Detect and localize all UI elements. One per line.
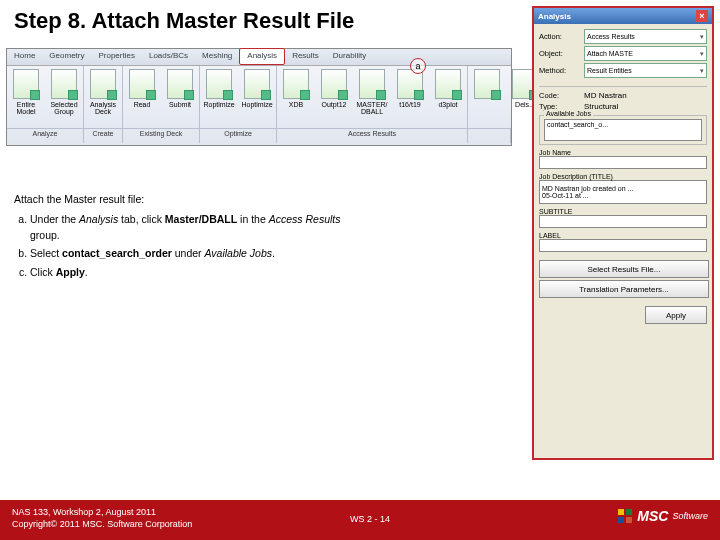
ribbon-tabs: Home Geometry Properties Loads/BCs Meshi… [7, 49, 511, 66]
misc-icon [474, 69, 500, 99]
btn-outpt12[interactable]: Outpt12 [315, 66, 353, 128]
code-value: MD Nastran [584, 91, 707, 100]
msc-logo: MSCSoftware [617, 508, 708, 524]
master-icon [359, 69, 385, 99]
method-label: Method: [539, 66, 581, 75]
hopt-icon [244, 69, 270, 99]
close-icon[interactable]: × [696, 10, 708, 22]
available-jobs-group: Available Jobs contact_search_o... [539, 115, 707, 145]
callout-a: a [410, 58, 426, 74]
read-icon [129, 69, 155, 99]
translation-parameters-button[interactable]: Translation Parameters... [539, 280, 709, 298]
op2-icon [321, 69, 347, 99]
btn-xdb[interactable]: XDB [277, 66, 315, 128]
ribbon-toolbar: Home Geometry Properties Loads/BCs Meshi… [6, 48, 512, 146]
select-results-file-button[interactable]: Select Results File... [539, 260, 709, 278]
grp-access-results: Access Results [277, 129, 468, 143]
label-label: LABEL [539, 232, 707, 239]
btn-misc[interactable] [468, 66, 506, 128]
tab-results[interactable]: Results [285, 49, 326, 65]
action-select[interactable]: Access Results [584, 29, 707, 44]
instr-header: Attach the Master result file: [14, 192, 354, 208]
method-select[interactable]: Result Entities [584, 63, 707, 78]
jobdesc-label: Job Description (TITLE) [539, 173, 707, 180]
type-value: Structural [584, 102, 707, 111]
footer-page: WS 2 - 14 [350, 514, 390, 524]
tab-meshing[interactable]: Meshing [195, 49, 239, 65]
btn-selected-group[interactable]: Selected Group [45, 66, 83, 128]
jobdesc-field[interactable]: MD Nastran job created on ... 05-Oct-11 … [539, 180, 707, 204]
jobname-label: Job Name [539, 149, 707, 156]
object-label: Object: [539, 49, 581, 58]
tab-geometry[interactable]: Geometry [42, 49, 91, 65]
subtitle-label: SUBTITLE [539, 208, 707, 215]
btn-read[interactable]: Read [123, 66, 161, 128]
subtitle-field[interactable] [539, 215, 707, 228]
jobname-field[interactable] [539, 156, 707, 169]
tab-durability[interactable]: Durability [326, 49, 373, 65]
slide-title: Step 8. Attach Master Result File [14, 8, 354, 34]
grp-create: Create [84, 129, 123, 143]
instr-b: Select contact_search_order under Availa… [30, 246, 354, 262]
apply-button[interactable]: Apply [645, 306, 707, 324]
btn-roptimize[interactable]: Roptimize [200, 66, 238, 128]
action-label: Action: [539, 32, 581, 41]
instr-a: Under the Analysis tab, click Master/DBA… [30, 212, 354, 244]
instructions: Attach the Master result file: Under the… [14, 192, 354, 284]
d3plot-icon [435, 69, 461, 99]
btn-submit[interactable]: Submit [161, 66, 199, 128]
model-icon [13, 69, 39, 99]
code-label: Code: [539, 91, 581, 100]
instr-c: Click Apply. [30, 265, 354, 281]
tab-loads-bcs[interactable]: Loads/BCs [142, 49, 195, 65]
btn-d3plot[interactable]: d3plot [429, 66, 467, 128]
submit-icon [167, 69, 193, 99]
deck-icon [90, 69, 116, 99]
panel-titlebar: Analysis× [534, 8, 712, 24]
btn-entire-model[interactable]: Entire Model [7, 66, 45, 128]
tab-analysis[interactable]: Analysis [239, 48, 285, 65]
jobs-title: Available Jobs [544, 110, 593, 117]
logo-icon [617, 508, 633, 524]
tab-properties[interactable]: Properties [91, 49, 141, 65]
analysis-panel: Analysis× Action:Access Results Object:A… [532, 6, 714, 460]
grp-existing-deck: Existing Deck [123, 129, 200, 143]
jobs-listbox[interactable]: contact_search_o... [544, 119, 702, 141]
footer-line2: Copyright© 2011 MSC. Software Corporatio… [12, 519, 192, 531]
slide-footer: NAS 133, Workshop 2, August 2011 Copyrig… [0, 500, 720, 540]
tab-home[interactable]: Home [7, 49, 42, 65]
group-icon [51, 69, 77, 99]
object-select[interactable]: Attach MASTE [584, 46, 707, 61]
btn-analysis-deck[interactable]: Analysis Deck [84, 66, 122, 128]
grp-blank [468, 129, 511, 143]
grp-analyze: Analyze [7, 129, 84, 143]
btn-t16-t19[interactable]: t16/t19 [391, 66, 429, 128]
btn-master-dball[interactable]: MASTER/ DBALL [353, 66, 391, 128]
ropt-icon [206, 69, 232, 99]
grp-optimize: Optimize [200, 129, 277, 143]
btn-hoptimize[interactable]: Hoptimize [238, 66, 276, 128]
xdb-icon [283, 69, 309, 99]
label-field[interactable] [539, 239, 707, 252]
footer-line1: NAS 133, Workshop 2, August 2011 [12, 507, 192, 519]
